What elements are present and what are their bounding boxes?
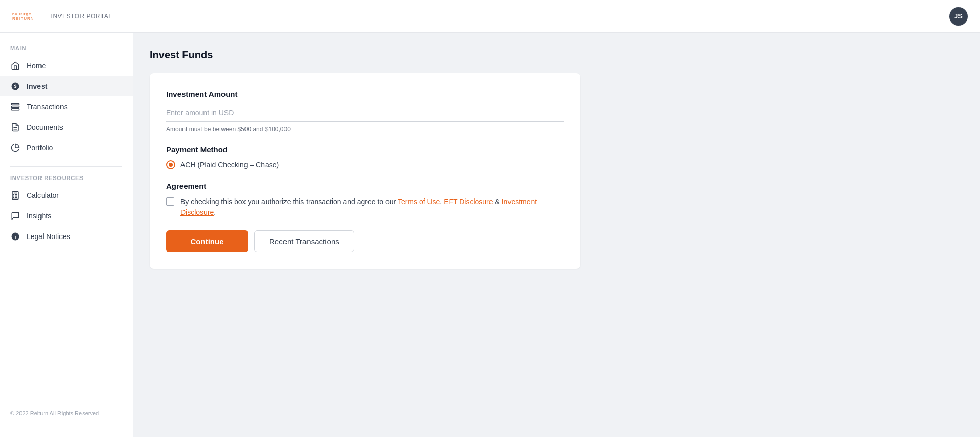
radio-button[interactable] <box>166 160 175 169</box>
sidebar-footer: © 2022 Reiturn All Rights Reserved <box>0 402 133 425</box>
avatar[interactable]: JS <box>949 7 968 26</box>
terms-of-use-link[interactable]: Terms of Use <box>398 197 440 206</box>
logo-sub: by Birge <box>12 12 34 16</box>
agreement-row: By checking this box you authorize this … <box>166 196 564 218</box>
app-body: Main Home $ Invest <box>0 33 980 437</box>
sep2: & <box>493 197 502 206</box>
invest-icon: $ <box>10 81 21 91</box>
insights-icon <box>10 211 21 221</box>
payment-method-label: Payment Method <box>166 145 564 154</box>
sidebar-item-label: Portfolio <box>27 144 53 152</box>
copyright: © 2022 Reiturn All Rights Reserved <box>10 410 99 416</box>
sidebar-item-label: Invest <box>27 82 47 90</box>
logo: by Birge REITURN <box>12 12 34 21</box>
payment-method-section: Payment Method ACH (Plaid Checking – Cha… <box>166 145 564 169</box>
portal-label: INVESTOR PORTAL <box>51 13 112 20</box>
sidebar-item-documents[interactable]: Documents <box>0 117 133 137</box>
svg-rect-4 <box>12 109 19 110</box>
documents-icon <box>10 122 21 132</box>
sidebar-divider <box>10 166 122 167</box>
sidebar: Main Home $ Invest <box>0 33 133 437</box>
sidebar-item-insights[interactable]: Insights <box>0 206 133 226</box>
header-left: by Birge REITURN INVESTOR PORTAL <box>12 8 112 25</box>
resources-section-label: Investor Resources <box>0 175 133 185</box>
continue-button[interactable]: Continue <box>166 230 248 252</box>
portfolio-icon <box>10 143 21 153</box>
svg-rect-2 <box>12 103 19 105</box>
investment-amount-section: Investment Amount Amount must be between… <box>166 90 564 133</box>
agreement-label: Agreement <box>166 182 564 190</box>
main-content: Invest Funds Investment Amount Amount mu… <box>133 33 980 437</box>
amount-hint: Amount must be between $500 and $100,000 <box>166 126 564 133</box>
sidebar-item-home[interactable]: Home <box>0 55 133 76</box>
sidebar-item-calculator[interactable]: Calculator <box>0 185 133 206</box>
radio-inner <box>169 163 173 167</box>
svg-text:i: i <box>15 234 16 240</box>
sidebar-item-label: Legal Notices <box>27 232 70 241</box>
eft-disclosure-link[interactable]: EFT Disclosure <box>444 197 493 206</box>
sidebar-item-portfolio[interactable]: Portfolio <box>0 137 133 158</box>
invest-card: Investment Amount Amount must be between… <box>150 73 580 269</box>
svg-text:$: $ <box>14 84 16 89</box>
legal-icon: i <box>10 231 21 242</box>
sep1: , <box>440 197 444 206</box>
page-title: Invest Funds <box>150 49 964 61</box>
sidebar-item-legal-notices[interactable]: i Legal Notices <box>0 226 133 247</box>
header-divider <box>43 8 43 25</box>
svg-rect-3 <box>12 106 19 108</box>
investment-amount-input[interactable] <box>166 105 564 122</box>
sidebar-item-label: Calculator <box>27 191 59 200</box>
sidebar-item-label: Insights <box>27 212 51 220</box>
sidebar-item-label: Transactions <box>27 103 68 111</box>
calculator-icon <box>10 190 21 201</box>
sidebar-item-label: Documents <box>27 123 63 131</box>
agreement-prefix: By checking this box you authorize this … <box>180 197 398 206</box>
agreement-text: By checking this box you authorize this … <box>180 196 564 218</box>
main-section-label: Main <box>0 45 133 55</box>
payment-option-ach[interactable]: ACH (Plaid Checking – Chase) <box>166 160 564 169</box>
sidebar-item-transactions[interactable]: Transactions <box>0 96 133 117</box>
home-icon <box>10 61 21 71</box>
transactions-icon <box>10 102 21 112</box>
header: by Birge REITURN INVESTOR PORTAL JS <box>0 0 980 33</box>
agreement-section: Agreement By checking this box you autho… <box>166 182 564 218</box>
suffix: . <box>214 208 216 216</box>
sidebar-item-label: Home <box>27 62 46 70</box>
sidebar-item-invest[interactable]: $ Invest <box>0 76 133 96</box>
payment-method-value: ACH (Plaid Checking – Chase) <box>180 161 279 169</box>
recent-transactions-button[interactable]: Recent Transactions <box>254 230 354 252</box>
investment-amount-label: Investment Amount <box>166 90 564 98</box>
agreement-checkbox[interactable] <box>166 197 174 206</box>
button-row: Continue Recent Transactions <box>166 230 564 252</box>
